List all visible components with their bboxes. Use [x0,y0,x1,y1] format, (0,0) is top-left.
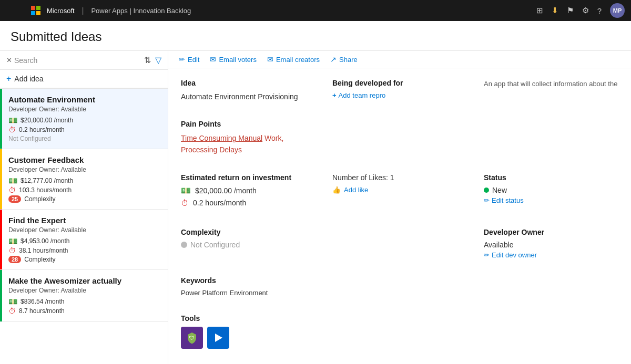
idea-item-customer-feedback[interactable]: Customer Feedback Developer Owner: Avail… [0,149,168,210]
tool-icon-power-automate[interactable] [207,327,229,349]
idea-money-row: 💵 $4,953.00 /month [8,237,161,245]
edit-status-label: Edit status [492,196,524,204]
money-icon: 💵 [181,186,191,195]
idea-money-row: 💵 $12,777.00 /month [8,176,161,185]
add-like-button[interactable]: 👍 Add like [332,186,467,194]
idea-time: 0.2 hours/month [19,126,65,133]
email-creators-button[interactable]: ✉ Email creators [267,55,320,64]
flag-icon[interactable]: ⚑ [567,6,574,15]
accent-bar [0,89,2,149]
download-icon[interactable]: ⬇ [552,6,558,15]
desktop-icon[interactable]: ⊞ [536,6,543,15]
idea-money: $836.54 /month [21,298,64,305]
thumbs-up-icon: 👍 [332,186,341,194]
edit-status-button[interactable]: ✏ Edit status [484,196,618,204]
complexity-value: Not Configured [190,241,240,249]
idea-item-automate-environment[interactable]: Automate Environment Developer Owner: Av… [0,89,168,149]
complexity-label: Complexity [181,228,316,236]
svg-rect-2 [31,11,35,15]
roi-label: Estimated return on investment [181,173,316,182]
status-value: New [492,186,507,194]
idea-money: $20,000.00 /month [21,117,73,124]
help-icon[interactable]: ? [597,6,602,15]
add-idea-button[interactable]: + Add idea [0,70,168,89]
content-area: ✏ Edit ✉ Email voters ✉ Email creators ↗… [168,51,631,364]
idea-complexity-row: Not Configured [8,135,161,142]
idea-complexity: Complexity [24,256,55,263]
money-icon: 💵 [8,116,17,124]
search-label: Search [14,56,37,65]
svg-rect-3 [36,11,40,15]
idea-money: $4,953.00 /month [21,237,69,245]
power-automate-icon [212,331,225,344]
accent-bar [0,270,2,321]
likes-count: Number of Likes: 1 [332,173,467,182]
edit-label: Edit [188,56,199,64]
sidebar-actions: ⇅ ▽ [144,55,161,65]
time-icon: ⏱ [181,199,189,207]
filter-icon[interactable]: ▽ [155,55,161,65]
shield-icon: 🛡 [186,331,198,344]
idea-money: $12,777.00 /month [21,177,73,184]
edit-dev-owner-icon: ✏ [484,251,490,259]
email-creators-icon: ✉ [267,55,273,64]
accent-bar [0,149,2,209]
keywords-label: Keywords [181,276,316,285]
email-voters-button[interactable]: ✉ Email voters [210,55,257,64]
idea-time: 8.7 hours/month [19,307,65,315]
time-icon: ⏱ [8,307,16,315]
share-button[interactable]: ↗ Share [330,55,358,64]
user-avatar[interactable]: MP [610,3,625,18]
idea-meta: 💵 $12,777.00 /month ⏱ 103.3 hours/month … [8,176,161,203]
idea-time: 103.3 hours/month [19,186,72,194]
edit-dev-owner-button[interactable]: ✏ Edit dev owner [484,251,618,259]
add-idea-label: Add idea [14,75,43,83]
money-icon: 💵 [8,176,17,185]
description-text: An app that will collect information abo… [484,79,618,89]
complexity-circle-icon [181,242,187,248]
idea-item-find-the-expert[interactable]: Find the Expert Developer Owner: Availab… [0,210,168,270]
keywords-value: Power Platform Environment [181,289,316,297]
pain-points-label: Pain Points [181,120,316,128]
sidebar-search-row: ✕ Search ⇅ ▽ [0,51,168,70]
description-section: An app that will collect information abo… [484,79,618,161]
app-breadcrumb: Power Apps | Innovation Backlog [91,7,191,15]
idea-money-row: 💵 $20,000.00 /month [8,116,161,124]
microsoft-logo[interactable]: Microsoft [6,2,75,20]
roi-money-value: $20,000.00 /month [195,186,257,195]
tool-icon-security[interactable]: 🛡 [181,327,203,349]
edit-dev-owner-label: Edit dev owner [492,251,537,259]
roi-money-row: 💵 $20,000.00 /month [181,186,316,195]
status-section: Status New ✏ Edit status [484,173,618,215]
pain-points-value: Time Consuming Manual Work, Processing D… [181,132,316,156]
roi-section: Estimated return on investment 💵 $20,000… [181,173,316,215]
idea-title: Find the Expert [8,216,161,225]
status-label: Status [484,173,618,182]
time-icon: ⏱ [8,126,16,134]
page-title: Submitted Ideas [11,29,620,44]
page-title-bar: Submitted Ideas [0,21,631,51]
svg-marker-5 [215,334,222,342]
add-team-repro-button[interactable]: + Add team repro [332,91,467,99]
idea-time-row: ⏱ 103.3 hours/month [8,186,161,194]
idea-owner: Developer Owner: Available [8,166,161,173]
settings-icon[interactable]: ⚙ [582,6,589,15]
idea-title: Customer Feedback [8,155,161,164]
idea-owner: Developer Owner: Available [8,226,161,234]
complexity-value-row: Not Configured [181,241,316,249]
ms-logo-icon [31,6,40,15]
add-team-repro-label: Add team repro [339,91,386,99]
idea-item-make-awesomizer[interactable]: Make the Awesomizer actually Developer O… [0,270,168,322]
edit-button[interactable]: ✏ Edit [179,55,199,64]
pain-points-section: Pain Points Time Consuming Manual Work, … [181,120,316,161]
search-clear-btn[interactable]: ✕ Search [6,56,37,65]
sort-icon[interactable]: ⇅ [144,55,151,65]
close-icon: ✕ [6,56,12,64]
idea-owner: Developer Owner: Available [8,106,161,113]
idea-complexity-row: 25 Complexity [8,195,161,203]
idea-meta: 💵 $836.54 /month ⏱ 8.7 hours/month [8,297,161,315]
detail-content: Idea Automate Environment Provisioning B… [168,68,631,364]
share-label: Share [339,56,358,64]
svg-rect-0 [31,6,35,10]
svg-text:🛡: 🛡 [189,335,195,341]
